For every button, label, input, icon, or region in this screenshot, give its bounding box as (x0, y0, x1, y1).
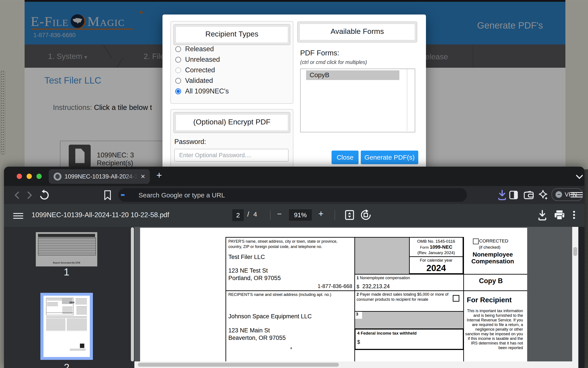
fit-page-icon[interactable] (344, 209, 355, 221)
radio-label: Corrected (185, 66, 215, 74)
radio-unreleased[interactable]: Unreleased (175, 56, 220, 64)
viewer-hscrollbar[interactable] (134, 361, 572, 368)
zoom-level[interactable]: 91% (289, 209, 312, 221)
pdf-toolbar: 1099NEC-10139-All-2024-11-20 10-22-58.pd… (4, 204, 585, 227)
thumbnail1-caption: Report Generated By EFM (36, 262, 97, 264)
tab-close-icon[interactable]: ✕ (140, 173, 145, 180)
generate-pdf-dialog: Recipient Types Released Unreleased Corr… (162, 15, 426, 173)
thumbnail1-label: 1 (36, 266, 97, 278)
box1-amount: $ 232,213.24 (357, 283, 390, 290)
recipient-address1: 123 NE Main St (228, 327, 270, 334)
pdf-page: OMB No. 1545-0116 Form 1099-NEC (Rev. Ja… (140, 228, 527, 361)
encrypt-pdf-header: (Optional) Encrypt PDF (174, 112, 290, 133)
form-revision: (Rev. January 2024) (410, 250, 463, 255)
encrypt-pdf-title: (Optional) Encrypt PDF (176, 114, 288, 131)
pdf-forms-label: PDF Forms: (300, 49, 339, 57)
radio-icon[interactable] (175, 78, 181, 84)
bookmark-icon[interactable] (103, 190, 112, 201)
split-view-icon[interactable] (509, 190, 519, 200)
radio-validated[interactable]: Validated (175, 77, 213, 85)
box3-area (355, 312, 463, 328)
box4: 4 Federal income tax withheld $ (354, 328, 464, 350)
sidebar-scrollbar[interactable] (131, 227, 134, 361)
payer-address2: Portland, OR 97055 (228, 275, 281, 282)
omb-number: OMB No. 1545-0116 (410, 239, 463, 244)
reload-icon[interactable] (39, 190, 50, 201)
box3-chip: 3 (355, 312, 362, 319)
desktop-right-dark (585, 169, 588, 368)
thumbnail2-label: 2 (40, 361, 93, 368)
box2-label: 2 Payer made direct sales totaling $5,00… (357, 292, 452, 302)
pdf-viewer-canvas[interactable]: OMB No. 1545-0116 Form 1099-NEC (Rev. Ja… (134, 227, 578, 368)
desktop-right-strip (565, 0, 588, 169)
download-nav-icon[interactable] (497, 190, 507, 201)
available-forms-title: Available Forms (299, 24, 415, 40)
browser-window: 1099NEC-10139-All-2024-11 ✕ + Search Goo… (4, 167, 585, 368)
box4-dollar: $ (357, 339, 463, 345)
corrected-label: CORRECTED (479, 238, 508, 244)
recipient-types-title: Recipient Types (176, 26, 288, 43)
wallet-icon[interactable] (523, 190, 534, 200)
pdf-forms-listbox[interactable]: CopyB (300, 69, 415, 132)
page-separator: / (247, 210, 249, 218)
radio-label: Released (185, 45, 214, 53)
radio-icon[interactable] (175, 46, 181, 52)
toolbar-divider (335, 210, 335, 220)
address-bar-text: Search Google or type a URL (139, 192, 225, 199)
recipient-address2: Beaverton, OR 97055 (228, 335, 286, 341)
zoom-out-button[interactable]: − (277, 209, 282, 219)
copy-b-label: Copy B (465, 277, 503, 285)
available-forms-header: Available Forms (297, 22, 417, 42)
tab-strip: 1099NEC-10139-All-2024-11 ✕ + (4, 167, 585, 186)
new-tab-button[interactable]: + (156, 170, 162, 181)
calendar-year: 2024 (410, 263, 463, 273)
radio-icon[interactable] (175, 57, 181, 63)
close-button[interactable]: Close (332, 151, 359, 164)
address-bar[interactable]: Search Google or type a URL (118, 188, 467, 202)
rotate-icon[interactable] (360, 209, 371, 221)
omb-box: OMB No. 1545-0116 Form 1099-NEC (Rev. Ja… (409, 237, 463, 274)
maximize-window-button[interactable] (36, 174, 42, 179)
browser-tab[interactable]: 1099NEC-10139-All-2024-11 ✕ (49, 169, 150, 184)
form-title: NonemployeeCompensation (463, 251, 522, 265)
page-number-input[interactable] (232, 209, 244, 221)
vpn-status-icon: − (555, 191, 562, 198)
payer-label: PAYER'S name, street address, city or to… (228, 239, 350, 249)
minimize-window-button[interactable] (26, 174, 32, 179)
corrected-checkbox (473, 239, 479, 244)
radio-icon-selected[interactable] (175, 88, 181, 94)
radio-corrected[interactable]: Corrected (175, 66, 215, 74)
tab-search-chevron-icon[interactable] (576, 175, 583, 179)
payer-phone: 1-877-836-668 (294, 283, 352, 289)
browser-menu-icon[interactable] (570, 191, 583, 199)
zoom-in-button[interactable]: + (318, 209, 324, 219)
box1-label: 1 Nonemployee compensation (357, 276, 410, 280)
generate-pdfs-button[interactable]: Generate PDF(s) (361, 151, 418, 164)
print-icon[interactable] (554, 210, 565, 221)
radio-icon[interactable] (175, 67, 181, 73)
listbox-scrollbar[interactable] (407, 69, 407, 131)
list-option-copyb[interactable]: CopyB (306, 70, 399, 80)
browser-toolbar: Search Google or type a URL − VPN (4, 186, 585, 204)
thumbnail-page-1[interactable]: Report Generated By EFM (36, 232, 97, 267)
radio-all-1099nec[interactable]: All 1099NEC's (175, 87, 229, 95)
thumbnail-page-2[interactable]: 2024 (40, 293, 93, 360)
page-total: 4 (253, 211, 257, 218)
speaker-grille (0, 70, 5, 155)
password-input[interactable] (174, 149, 289, 162)
thumbnail-sidebar: Report Generated By EFM 1 2024 (4, 227, 134, 368)
kebab-menu-icon[interactable] (573, 210, 575, 220)
box2-checkbox (453, 295, 459, 302)
radio-label: Validated (185, 77, 213, 85)
back-icon[interactable] (13, 190, 21, 200)
sparkle-icon[interactable] (537, 190, 548, 201)
radio-released[interactable]: Released (175, 45, 214, 53)
viewer-vscrollbar[interactable] (572, 227, 578, 368)
payer-tin-area (355, 238, 409, 274)
forward-icon[interactable] (26, 190, 34, 200)
close-window-button[interactable] (17, 174, 22, 179)
pdf-sidebar-toggle-icon[interactable] (13, 212, 23, 220)
form-word: Form (420, 245, 429, 249)
recipient-note: This is important tax information and is… (465, 309, 523, 350)
download-pdf-icon[interactable] (537, 210, 548, 221)
